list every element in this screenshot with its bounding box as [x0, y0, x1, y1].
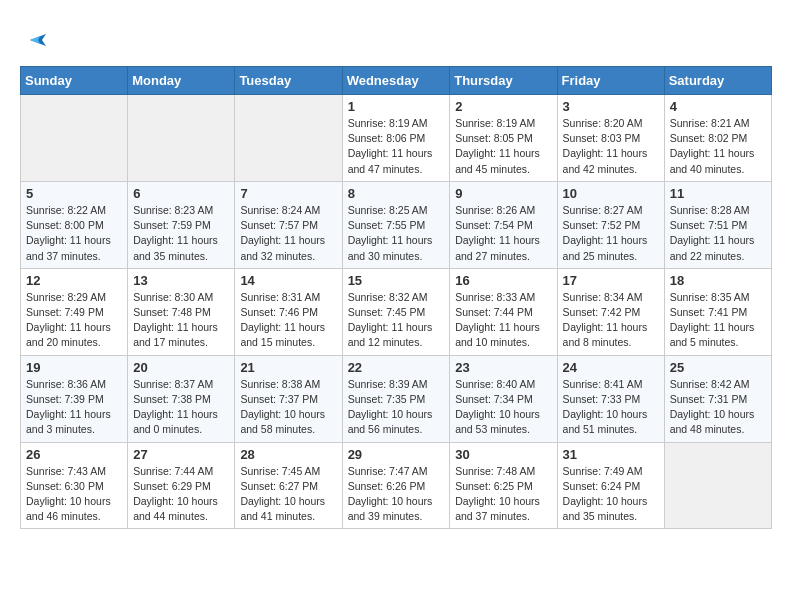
day-info: Sunrise: 8:38 AM Sunset: 7:37 PM Dayligh… [240, 377, 336, 438]
day-number: 6 [133, 186, 229, 201]
calendar-cell: 8Sunrise: 8:25 AM Sunset: 7:55 PM Daylig… [342, 181, 450, 268]
weekday-header-saturday: Saturday [664, 67, 771, 95]
day-info: Sunrise: 8:22 AM Sunset: 8:00 PM Dayligh… [26, 203, 122, 264]
day-info: Sunrise: 8:32 AM Sunset: 7:45 PM Dayligh… [348, 290, 445, 351]
day-number: 26 [26, 447, 122, 462]
calendar-cell: 3Sunrise: 8:20 AM Sunset: 8:03 PM Daylig… [557, 95, 664, 182]
calendar-cell: 5Sunrise: 8:22 AM Sunset: 8:00 PM Daylig… [21, 181, 128, 268]
day-number: 5 [26, 186, 122, 201]
day-info: Sunrise: 8:35 AM Sunset: 7:41 PM Dayligh… [670, 290, 766, 351]
day-info: Sunrise: 8:37 AM Sunset: 7:38 PM Dayligh… [133, 377, 229, 438]
day-info: Sunrise: 8:19 AM Sunset: 8:06 PM Dayligh… [348, 116, 445, 177]
day-number: 23 [455, 360, 551, 375]
day-info: Sunrise: 7:44 AM Sunset: 6:29 PM Dayligh… [133, 464, 229, 525]
day-info: Sunrise: 8:23 AM Sunset: 7:59 PM Dayligh… [133, 203, 229, 264]
calendar-cell [664, 442, 771, 529]
calendar-cell: 2Sunrise: 8:19 AM Sunset: 8:05 PM Daylig… [450, 95, 557, 182]
day-info: Sunrise: 8:42 AM Sunset: 7:31 PM Dayligh… [670, 377, 766, 438]
day-info: Sunrise: 8:30 AM Sunset: 7:48 PM Dayligh… [133, 290, 229, 351]
day-number: 12 [26, 273, 122, 288]
day-info: Sunrise: 8:25 AM Sunset: 7:55 PM Dayligh… [348, 203, 445, 264]
calendar-cell: 6Sunrise: 8:23 AM Sunset: 7:59 PM Daylig… [128, 181, 235, 268]
calendar-cell: 11Sunrise: 8:28 AM Sunset: 7:51 PM Dayli… [664, 181, 771, 268]
calendar-cell: 27Sunrise: 7:44 AM Sunset: 6:29 PM Dayli… [128, 442, 235, 529]
weekday-header-row: SundayMondayTuesdayWednesdayThursdayFrid… [21, 67, 772, 95]
day-info: Sunrise: 8:24 AM Sunset: 7:57 PM Dayligh… [240, 203, 336, 264]
calendar-cell: 14Sunrise: 8:31 AM Sunset: 7:46 PM Dayli… [235, 268, 342, 355]
day-info: Sunrise: 7:48 AM Sunset: 6:25 PM Dayligh… [455, 464, 551, 525]
day-number: 7 [240, 186, 336, 201]
day-info: Sunrise: 8:20 AM Sunset: 8:03 PM Dayligh… [563, 116, 659, 177]
day-info: Sunrise: 8:34 AM Sunset: 7:42 PM Dayligh… [563, 290, 659, 351]
day-info: Sunrise: 8:33 AM Sunset: 7:44 PM Dayligh… [455, 290, 551, 351]
day-info: Sunrise: 8:29 AM Sunset: 7:49 PM Dayligh… [26, 290, 122, 351]
calendar-cell: 7Sunrise: 8:24 AM Sunset: 7:57 PM Daylig… [235, 181, 342, 268]
weekday-header-tuesday: Tuesday [235, 67, 342, 95]
calendar-cell: 12Sunrise: 8:29 AM Sunset: 7:49 PM Dayli… [21, 268, 128, 355]
calendar-cell: 23Sunrise: 8:40 AM Sunset: 7:34 PM Dayli… [450, 355, 557, 442]
calendar-cell: 22Sunrise: 8:39 AM Sunset: 7:35 PM Dayli… [342, 355, 450, 442]
day-info: Sunrise: 8:41 AM Sunset: 7:33 PM Dayligh… [563, 377, 659, 438]
day-number: 24 [563, 360, 659, 375]
day-info: Sunrise: 8:28 AM Sunset: 7:51 PM Dayligh… [670, 203, 766, 264]
calendar-cell: 4Sunrise: 8:21 AM Sunset: 8:02 PM Daylig… [664, 95, 771, 182]
calendar-week-1: 1Sunrise: 8:19 AM Sunset: 8:06 PM Daylig… [21, 95, 772, 182]
day-number: 1 [348, 99, 445, 114]
calendar-cell: 30Sunrise: 7:48 AM Sunset: 6:25 PM Dayli… [450, 442, 557, 529]
day-number: 17 [563, 273, 659, 288]
calendar-cell [21, 95, 128, 182]
calendar-cell: 16Sunrise: 8:33 AM Sunset: 7:44 PM Dayli… [450, 268, 557, 355]
day-number: 30 [455, 447, 551, 462]
day-info: Sunrise: 8:39 AM Sunset: 7:35 PM Dayligh… [348, 377, 445, 438]
day-info: Sunrise: 8:26 AM Sunset: 7:54 PM Dayligh… [455, 203, 551, 264]
day-number: 28 [240, 447, 336, 462]
day-info: Sunrise: 7:49 AM Sunset: 6:24 PM Dayligh… [563, 464, 659, 525]
day-number: 25 [670, 360, 766, 375]
calendar-cell: 9Sunrise: 8:26 AM Sunset: 7:54 PM Daylig… [450, 181, 557, 268]
day-info: Sunrise: 8:27 AM Sunset: 7:52 PM Dayligh… [563, 203, 659, 264]
logo-icon [20, 20, 56, 56]
calendar-cell: 28Sunrise: 7:45 AM Sunset: 6:27 PM Dayli… [235, 442, 342, 529]
day-number: 2 [455, 99, 551, 114]
day-number: 11 [670, 186, 766, 201]
calendar-cell: 18Sunrise: 8:35 AM Sunset: 7:41 PM Dayli… [664, 268, 771, 355]
day-number: 10 [563, 186, 659, 201]
day-number: 15 [348, 273, 445, 288]
logo [20, 20, 60, 56]
calendar-cell [128, 95, 235, 182]
calendar-cell: 25Sunrise: 8:42 AM Sunset: 7:31 PM Dayli… [664, 355, 771, 442]
weekday-header-sunday: Sunday [21, 67, 128, 95]
calendar-cell: 20Sunrise: 8:37 AM Sunset: 7:38 PM Dayli… [128, 355, 235, 442]
calendar-cell: 13Sunrise: 8:30 AM Sunset: 7:48 PM Dayli… [128, 268, 235, 355]
day-info: Sunrise: 7:47 AM Sunset: 6:26 PM Dayligh… [348, 464, 445, 525]
day-info: Sunrise: 8:21 AM Sunset: 8:02 PM Dayligh… [670, 116, 766, 177]
day-number: 16 [455, 273, 551, 288]
calendar-table: SundayMondayTuesdayWednesdayThursdayFrid… [20, 66, 772, 529]
calendar-cell: 19Sunrise: 8:36 AM Sunset: 7:39 PM Dayli… [21, 355, 128, 442]
calendar-cell: 26Sunrise: 7:43 AM Sunset: 6:30 PM Dayli… [21, 442, 128, 529]
day-number: 4 [670, 99, 766, 114]
calendar-week-2: 5Sunrise: 8:22 AM Sunset: 8:00 PM Daylig… [21, 181, 772, 268]
day-number: 14 [240, 273, 336, 288]
weekday-header-friday: Friday [557, 67, 664, 95]
calendar-week-4: 19Sunrise: 8:36 AM Sunset: 7:39 PM Dayli… [21, 355, 772, 442]
day-info: Sunrise: 7:45 AM Sunset: 6:27 PM Dayligh… [240, 464, 336, 525]
calendar-cell: 24Sunrise: 8:41 AM Sunset: 7:33 PM Dayli… [557, 355, 664, 442]
day-number: 8 [348, 186, 445, 201]
day-number: 27 [133, 447, 229, 462]
day-info: Sunrise: 7:43 AM Sunset: 6:30 PM Dayligh… [26, 464, 122, 525]
day-number: 3 [563, 99, 659, 114]
day-info: Sunrise: 8:31 AM Sunset: 7:46 PM Dayligh… [240, 290, 336, 351]
calendar-week-5: 26Sunrise: 7:43 AM Sunset: 6:30 PM Dayli… [21, 442, 772, 529]
day-info: Sunrise: 8:36 AM Sunset: 7:39 PM Dayligh… [26, 377, 122, 438]
header [20, 20, 772, 56]
day-number: 20 [133, 360, 229, 375]
day-number: 29 [348, 447, 445, 462]
weekday-header-wednesday: Wednesday [342, 67, 450, 95]
calendar-week-3: 12Sunrise: 8:29 AM Sunset: 7:49 PM Dayli… [21, 268, 772, 355]
weekday-header-monday: Monday [128, 67, 235, 95]
day-number: 22 [348, 360, 445, 375]
day-number: 19 [26, 360, 122, 375]
day-info: Sunrise: 8:40 AM Sunset: 7:34 PM Dayligh… [455, 377, 551, 438]
calendar-cell [235, 95, 342, 182]
